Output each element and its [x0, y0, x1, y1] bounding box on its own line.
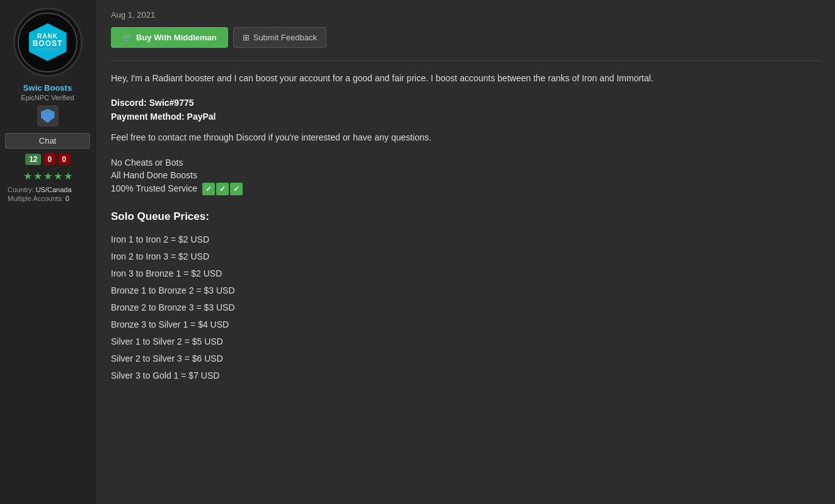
stars-row: ★ ★ ★ ★ ★	[23, 170, 72, 182]
main-content: Aug 1, 2021 🛒 Buy With Middleman ⊞ Submi…	[96, 0, 835, 504]
feature-hand-done: All Hand Done Boosts	[111, 170, 820, 180]
contact-text: Feel free to contact me through Discord …	[111, 130, 820, 144]
logo-text-group: RANK BOOST VALORANT	[33, 33, 63, 51]
divider-top	[111, 60, 820, 61]
multiple-value: 0	[66, 195, 69, 202]
date-line: Aug 1, 2021	[111, 10, 820, 20]
check-icons: ✓ ✓ ✓	[202, 183, 243, 195]
feature-trusted-text: 100% Trusted Service	[111, 183, 197, 193]
stats-row: 12 0 0	[25, 154, 70, 165]
star-5: ★	[64, 170, 72, 182]
sidebar: RANK BOOST VALORANT Swic Boosts EpicNPC …	[0, 0, 96, 504]
discord-line: Discord: Swic#9775	[111, 98, 820, 108]
price-line-7: Silver 2 to Silver 3 = $6 USD	[111, 352, 820, 365]
logo-inner: RANK BOOST VALORANT	[18, 13, 78, 72]
logo-hex: RANK BOOST VALORANT	[29, 23, 67, 61]
action-bar: 🛒 Buy With Middleman ⊞ Submit Feedback	[111, 27, 820, 48]
shield-badge	[37, 105, 59, 127]
cart-icon: 🛒	[122, 33, 132, 42]
feature-no-cheats: No Cheats or Bots	[111, 158, 820, 168]
price-line-3: Bronze 1 to Bronze 2 = $3 USD	[111, 284, 820, 297]
shield-icon	[41, 109, 55, 123]
chat-button[interactable]: Chat	[5, 133, 90, 149]
feedback-icon: ⊞	[243, 33, 250, 42]
stat-neutral: 0	[58, 154, 70, 165]
username: Swic Boosts	[23, 83, 72, 93]
price-line-6: Silver 1 to Silver 2 = $5 USD	[111, 335, 820, 348]
logo-container: RANK BOOST VALORANT	[13, 8, 83, 77]
star-2: ★	[33, 170, 42, 182]
logo-valorant-text: VALORANT	[37, 47, 59, 51]
price-line-5: Bronze 3 to Silver 1 = $4 USD	[111, 318, 820, 331]
check-2: ✓	[216, 183, 229, 195]
prices-list: Iron 1 to Iron 2 = $2 USDIron 2 to Iron …	[111, 233, 820, 382]
price-line-4: Bronze 2 to Bronze 3 = $3 USD	[111, 301, 820, 314]
stat-green: 12	[25, 154, 41, 165]
check-3: ✓	[230, 183, 243, 195]
feedback-btn-label: Submit Feedback	[253, 33, 317, 42]
price-line-2: Iron 3 to Bronze 1 = $2 USD	[111, 267, 820, 280]
price-line-1: Iron 2 to Iron 3 = $2 USD	[111, 250, 820, 263]
country-label: Country:	[8, 186, 34, 193]
price-line-8: Silver 3 to Gold 1 = $7 USD	[111, 369, 820, 382]
multiple-accounts-row: Multiple Accounts: 0	[5, 195, 90, 202]
country-value: US/Canada	[36, 186, 72, 193]
section-title: Solo Queue Prices:	[111, 210, 820, 223]
star-3: ★	[43, 170, 52, 182]
buy-middleman-button[interactable]: 🛒 Buy With Middleman	[111, 27, 228, 48]
multiple-label: Multiple Accounts:	[8, 195, 64, 202]
logo-boost-text: BOOST	[33, 40, 63, 47]
intro-text: Hey, I'm a Radiant booster and I can boo…	[111, 71, 820, 85]
price-line-0: Iron 1 to Iron 2 = $2 USD	[111, 233, 820, 246]
submit-feedback-button[interactable]: ⊞ Submit Feedback	[233, 27, 326, 48]
buy-btn-label: Buy With Middleman	[136, 33, 217, 42]
stat-red: 0	[43, 154, 55, 165]
star-4: ★	[54, 170, 62, 182]
check-1: ✓	[202, 183, 215, 195]
country-row: Country: US/Canada	[5, 186, 90, 193]
verified-label: EpicNPC Verified	[21, 94, 74, 101]
star-1: ★	[23, 170, 32, 182]
feature-trusted: 100% Trusted Service ✓ ✓ ✓	[111, 183, 820, 195]
payment-line: Payment Method: PayPal	[111, 112, 820, 122]
